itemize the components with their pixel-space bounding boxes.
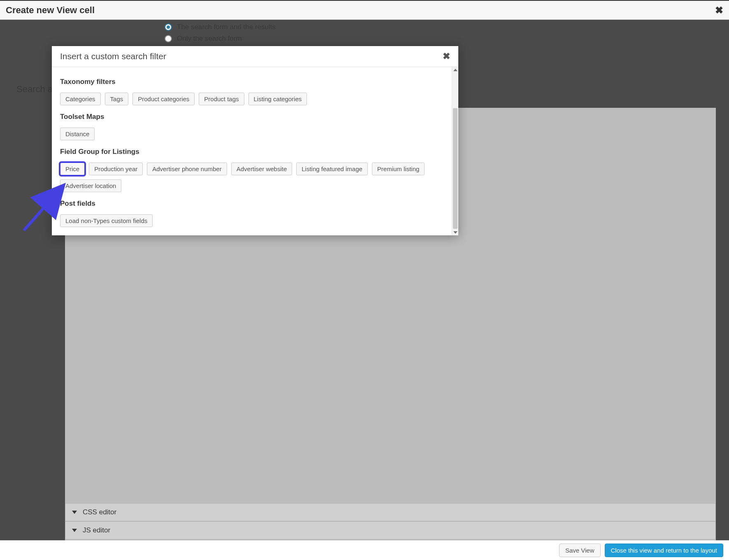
close-icon[interactable]: ✖ [715,5,723,15]
footer-action-bar: Save View Close this view and return to … [0,540,729,560]
filter-premium-listing[interactable]: Premium listing [372,163,425,175]
filter-production-year[interactable]: Production year [89,163,143,175]
section-heading-taxonomy: Taxonomy filters [60,78,443,86]
dialog-body: Taxonomy filters Categories Tags Product… [52,67,452,235]
accordion-js-editor[interactable]: JS editor [65,521,716,539]
accordion-label: CSS editor [83,508,116,516]
scroll-up-icon[interactable] [452,67,458,73]
filter-advertiser-location[interactable]: Advertiser location [60,179,121,192]
scrollbar[interactable] [452,67,458,235]
filter-distance[interactable]: Distance [60,128,95,140]
dialog-title: Insert a custom search filter [60,51,443,61]
scroll-down-icon[interactable] [452,230,458,235]
filter-featured-image[interactable]: Listing featured image [296,163,368,175]
filter-advertiser-phone[interactable]: Advertiser phone number [147,163,227,175]
listings-filter-row: Price Production year Advertiser phone n… [60,163,443,192]
filter-product-tags[interactable]: Product tags [199,93,244,105]
section-heading-maps: Toolset Maps [60,113,443,121]
save-view-button[interactable]: Save View [559,544,601,557]
radio-label: Only the search form [177,35,242,43]
close-view-button[interactable]: Close this view and return to the layout [605,544,723,557]
filter-price[interactable]: Price [60,163,85,175]
accordion-label: JS editor [83,526,110,534]
accordion-css-editor[interactable]: CSS editor [65,503,716,521]
filter-advertiser-website[interactable]: Advertiser website [231,163,293,175]
close-icon[interactable]: ✖ [443,51,450,62]
dialog-header: Insert a custom search filter ✖ [52,46,458,67]
chevron-down-icon [72,511,77,514]
section-heading-listings: Field Group for Listings [60,148,443,156]
radio-label: The search form and the results [177,23,276,31]
taxonomy-filter-row: Categories Tags Product categories Produ… [60,93,443,105]
maps-filter-row: Distance [60,128,443,140]
section-heading-post-fields: Post fields [60,200,443,208]
radio-icon [165,23,172,31]
radio-both-row[interactable]: The search form and the results [165,23,276,31]
section-title-truncated: Search a [16,84,53,95]
outer-modal-header: Create new View cell ✖ [0,0,729,20]
outer-modal-title: Create new View cell [6,5,715,16]
filter-tags[interactable]: Tags [105,93,129,105]
post-fields-row: Load non-Types custom fields [60,214,443,227]
insert-filter-dialog: Insert a custom search filter ✖ Taxonomy… [52,46,458,235]
radio-only-row[interactable]: Only the search form [165,35,276,43]
chevron-down-icon [72,529,77,532]
filter-product-categories[interactable]: Product categories [132,93,195,105]
load-non-types-fields[interactable]: Load non-Types custom fields [60,214,153,227]
filter-listing-categories[interactable]: Listing categories [248,93,307,105]
scroll-thumb[interactable] [453,108,457,229]
filter-categories[interactable]: Categories [60,93,101,105]
radio-icon [165,35,172,42]
